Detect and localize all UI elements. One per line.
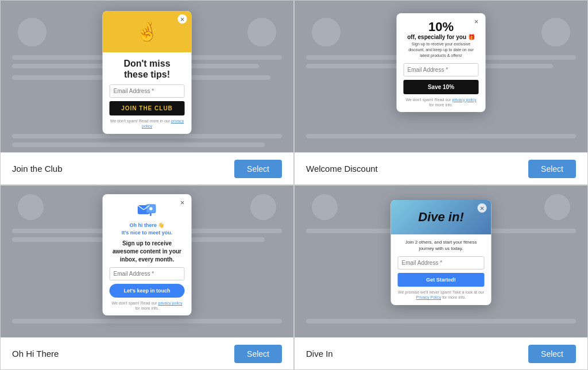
cell-join-club: × 🤞 Don't miss these tips! JOIN THE CLUB… bbox=[0, 0, 294, 185]
select-button-welcome-discount[interactable]: Select bbox=[528, 160, 576, 178]
svg-rect-3 bbox=[150, 213, 152, 215]
popup-close-join-club[interactable]: × bbox=[178, 14, 187, 24]
svg-point-2 bbox=[149, 207, 152, 210]
popup-oh-hi-there: × Oh hi there 👋 bbox=[103, 194, 192, 315]
popup1-join-button[interactable]: JOIN THE CLUB bbox=[110, 101, 185, 115]
popup2-privacy-link[interactable]: privacy policy bbox=[452, 98, 476, 102]
cell-dive-in: × Dive in! Join 2 others, and start your… bbox=[294, 185, 588, 370]
select-button-dive-in[interactable]: Select bbox=[528, 345, 576, 363]
popup3-keep-in-touch-button[interactable]: Let's keep in touch bbox=[110, 284, 185, 298]
popup1-email-input[interactable] bbox=[110, 84, 185, 98]
popup-close-dive-in[interactable]: × bbox=[478, 203, 487, 213]
main-grid: × 🤞 Don't miss these tips! JOIN THE CLUB… bbox=[0, 0, 588, 370]
popup3-privacy-link[interactable]: privacy policy bbox=[158, 301, 182, 305]
popup2-email-input[interactable] bbox=[404, 63, 479, 76]
cell-title-dive-in: Dive In bbox=[306, 349, 333, 359]
popup4-small-text: We promise we'll never spam! Take a look… bbox=[398, 290, 485, 300]
popup3-email-input[interactable] bbox=[110, 267, 185, 280]
popup4-get-started-button[interactable]: Get Started! bbox=[398, 273, 485, 287]
popup2-small-text: We don't spam! Read our privacy policy f… bbox=[404, 97, 479, 107]
popup-close-welcome-discount[interactable]: × bbox=[472, 17, 481, 26]
popup2-percent: 10% bbox=[404, 20, 479, 34]
popup4-body: Join 2 others, and start your fitness jo… bbox=[391, 234, 492, 305]
popup3-title: Sign up to receive awesome content in yo… bbox=[110, 240, 185, 264]
popup3-body: Oh hi there 👋 It's nice to meet you. Sig… bbox=[103, 194, 192, 315]
popup3-small-text: We don't spam! Read our privacy policy f… bbox=[110, 300, 185, 311]
cell-title-join-club: Join the Club bbox=[12, 164, 63, 174]
popup1-small-text: We don't spam! Read more in our privacy … bbox=[110, 118, 185, 129]
popup3-greeting: Oh hi there 👋 It's nice to meet you. bbox=[110, 222, 185, 236]
popup1-body: Don't miss these tips! JOIN THE CLUB We … bbox=[103, 52, 192, 134]
cell-welcome-discount: × 10% off, especially for you 🎁 Sign up … bbox=[294, 0, 588, 185]
popup4-header: Dive in! bbox=[391, 200, 492, 234]
cell-bottom-dive-in: Dive In Select bbox=[295, 337, 587, 369]
popup4-desc: Join 2 others, and start your fitness jo… bbox=[398, 239, 485, 252]
select-button-oh-hi-there[interactable]: Select bbox=[234, 345, 282, 363]
popup-dive-in: × Dive in! Join 2 others, and start your… bbox=[391, 200, 492, 305]
popup2-desc: Sign up to receive your exclusive discou… bbox=[404, 41, 479, 58]
popup-welcome-discount: × 10% off, especially for you 🎁 Sign up … bbox=[397, 13, 486, 112]
popup-join-club: × 🤞 Don't miss these tips! JOIN THE CLUB… bbox=[103, 11, 192, 134]
popup-close-oh-hi-there[interactable]: × bbox=[178, 198, 187, 207]
popup1-title: Don't miss these tips! bbox=[110, 58, 185, 80]
popup2-body: 10% off, especially for you 🎁 Sign up to… bbox=[397, 13, 486, 112]
popup4-privacy-link[interactable]: Privacy Policy bbox=[416, 295, 442, 299]
mailbox-icon bbox=[137, 201, 157, 218]
cell-bottom-welcome-discount: Welcome Discount Select bbox=[295, 152, 587, 184]
cell-title-welcome-discount: Welcome Discount bbox=[306, 164, 378, 174]
select-button-join-club[interactable]: Select bbox=[234, 160, 282, 178]
cell-bottom-join-club: Join the Club Select bbox=[1, 152, 293, 184]
cell-title-oh-hi-there: Oh Hi There bbox=[12, 349, 59, 359]
cell-oh-hi-there: × Oh hi there 👋 bbox=[0, 185, 294, 370]
popup4-header-title: Dive in! bbox=[418, 211, 463, 223]
cell-bottom-oh-hi-there: Oh Hi There Select bbox=[1, 337, 293, 369]
popup2-subtitle: off, especially for you 🎁 bbox=[404, 34, 479, 40]
crossed-fingers-emoji: 🤞 bbox=[136, 21, 158, 43]
popup4-email-input[interactable] bbox=[398, 256, 485, 269]
popup2-save-button[interactable]: Save 10% bbox=[404, 80, 479, 94]
